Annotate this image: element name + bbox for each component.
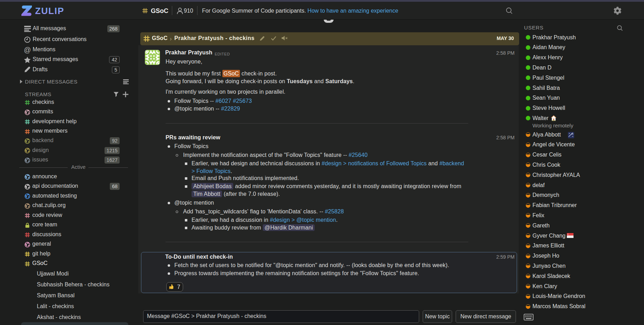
svg-text:ZULIP: ZULIP	[35, 6, 64, 16]
